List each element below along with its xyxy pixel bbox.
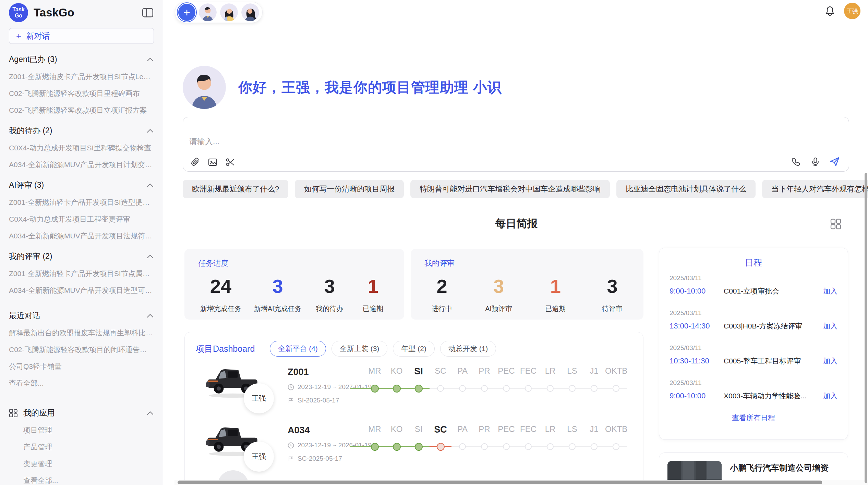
schedule-time: 9:00-10:00 [670, 391, 724, 400]
list-item[interactable]: C0X4-动力总成开发项目SI里程碑提交物检查 [9, 143, 154, 153]
recent-chat-item[interactable]: 解释最新出台的欧盟报废车法规再生塑料比例被调至15%... [9, 328, 154, 338]
agent-avatar[interactable] [241, 3, 259, 21]
card-title: 我的评审 [424, 258, 630, 269]
milestone-dot-overdue[interactable] [437, 443, 445, 451]
milestone-dot[interactable] [547, 443, 554, 450]
section-header[interactable]: AI评审 (3) [9, 180, 154, 190]
milestone-timeline: MR KO SI SC PA PR PEC FEC LR LS J1 OKTB [364, 424, 635, 451]
milestone-dot-done[interactable] [393, 385, 401, 393]
milestone-dot[interactable] [503, 443, 510, 450]
collapse-sidebar-icon[interactable] [142, 8, 153, 18]
milestone-dot[interactable] [613, 385, 619, 392]
milestone-dot[interactable] [459, 385, 466, 392]
recent-chat-item[interactable]: 公司Q3轻卡销量 [9, 362, 154, 371]
stat-overdue[interactable]: 1 已逾期 [358, 277, 388, 313]
milestone-dot-done[interactable] [415, 385, 423, 393]
stat-pending-review[interactable]: 3 待评审 [597, 277, 628, 313]
list-item[interactable]: C02-飞腾新能源轻客改款项目里程碑画布 [9, 89, 154, 98]
view-all-chats[interactable]: 查看全部... [9, 378, 154, 388]
view-all-apps[interactable]: 查看全部... [23, 476, 154, 485]
milestone-track [364, 384, 635, 393]
scissors-icon[interactable] [226, 158, 235, 167]
milestone-dot[interactable] [547, 385, 554, 392]
section-header[interactable]: 最近对话 [9, 310, 154, 321]
stat-new-ai-done[interactable]: 3 新增AI完成任务 [254, 277, 302, 313]
join-link[interactable]: 加入 [823, 391, 837, 401]
join-link[interactable]: 加入 [823, 356, 837, 366]
project-row-z001[interactable]: 王强 Z001 2023-12-19 ~ 2027-01-19 SI-2025-… [185, 364, 643, 418]
project-row-a034[interactable]: 王强 A034 2023-12-19 ~ 2026-01-19 SC-2025-… [185, 422, 643, 476]
milestone-dot-done[interactable] [371, 443, 379, 451]
milestone-dot[interactable] [437, 385, 444, 392]
filter-pill[interactable]: 年型 (2) [393, 341, 435, 357]
milestone-dot[interactable] [459, 443, 466, 450]
suggestion-chip[interactable]: 欧洲新规最近颁布了什么? [183, 180, 288, 198]
user-avatar[interactable]: 王强 [844, 3, 860, 19]
milestone-dot[interactable] [591, 443, 598, 450]
milestone-dot-done[interactable] [393, 443, 401, 451]
list-item[interactable]: A034-全新新能源MUV产品开发项目计划变更表编写 [9, 160, 154, 170]
milestone-dot[interactable] [591, 385, 598, 392]
filter-pill[interactable]: 全新上装 (3) [331, 341, 388, 357]
milestone-dot[interactable] [503, 385, 510, 392]
filter-pill[interactable]: 动总开发 (1) [440, 341, 496, 357]
stat-new-done[interactable]: 24 新增完成任务 [200, 277, 241, 313]
list-item[interactable]: C0X4-动力总成开发项目工程变更评审 [9, 214, 154, 224]
paperclip-icon[interactable] [191, 158, 200, 167]
agent-avatar[interactable] [199, 3, 217, 21]
horizontal-scrollbar-thumb[interactable] [178, 481, 822, 484]
suggestion-chip[interactable]: 比亚迪全固态电池计划具体说了什么 [616, 180, 756, 198]
section-header[interactable]: Agent已办 (3) [9, 54, 154, 65]
notification-bell-icon[interactable] [825, 5, 835, 16]
milestone-dot[interactable] [525, 385, 532, 392]
milestone-dot[interactable] [613, 443, 619, 450]
milestone-dot[interactable] [481, 385, 488, 392]
dashboard-header: 项目Dashboard 全新平台 (4) 全新上装 (3) 年型 (2) 动总开… [185, 332, 643, 360]
suggestion-chip[interactable]: 当下年轻人对汽车外观有怎样的喜好趋势 [762, 180, 868, 198]
schedule-item: 2025/03/11 10:30-11:30 C005-整车工程目标评审 加入 [670, 338, 837, 373]
milestone-dot-done[interactable] [371, 385, 379, 393]
list-item[interactable]: Z001-全新燃油轻卡产品开发项目SI造型提交物评审 [9, 198, 154, 207]
phone-icon[interactable] [792, 157, 801, 166]
join-link[interactable]: 加入 [823, 321, 837, 331]
milestone-dot[interactable] [481, 443, 488, 450]
suggestion-chip[interactable]: 特朗普可能对进口汽车增税会对中国车企造成哪些影响 [410, 180, 610, 198]
section-my-todo: 我的待办 (2) C0X4-动力总成开发项目SI里程碑提交物检查 A034-全新… [9, 125, 154, 170]
recent-chat-item[interactable]: C02-飞腾新能源轻客改款项目的闭环通告反馈情况 [9, 345, 154, 355]
milestone-dot[interactable] [569, 385, 576, 392]
list-item[interactable]: C02-飞腾新能源轻客改款项目立项汇报方案 [9, 105, 154, 115]
my-apps-header[interactable]: 我的应用 [9, 408, 154, 418]
app-item-product-mgmt[interactable]: 产品管理 [23, 442, 154, 452]
list-item[interactable]: Z001-全新燃油轻卡产品开发项目SI节点属性5D文件评审 [9, 269, 154, 278]
chat-input[interactable] [189, 137, 601, 146]
milestone-dot[interactable] [569, 443, 576, 450]
join-link[interactable]: 加入 [823, 286, 837, 296]
suggestion-chip[interactable]: 如何写一份清晰的项目周报 [295, 180, 404, 198]
new-chat-button[interactable]: + 新对话 [9, 28, 154, 44]
section-header[interactable]: 我的评审 (2) [9, 251, 154, 262]
section-header[interactable]: 我的待办 (2) [9, 125, 154, 136]
add-agent-button[interactable]: + [178, 4, 195, 21]
view-all-schedule-link[interactable]: 查看所有日程 [670, 413, 837, 423]
milestone-dot-done[interactable] [415, 443, 423, 451]
list-item[interactable]: A034-全新新能源MUV产品开发项目法规符合性评审 [9, 231, 154, 241]
app-item-change-mgmt[interactable]: 变更管理 [23, 459, 154, 469]
stat-my-todo[interactable]: 3 我的待办 [314, 277, 345, 313]
vertical-scrollbar-thumb[interactable] [865, 173, 867, 483]
filter-pill-active[interactable]: 全新平台 (4) [270, 341, 326, 357]
milestone-label: OKTB [605, 424, 627, 435]
milestone-dot[interactable] [525, 443, 532, 450]
section-my-review: 我的评审 (2) Z001-全新燃油轻卡产品开发项目SI节点属性5D文件评审 A… [9, 251, 154, 295]
milestone-label: KO [386, 366, 408, 377]
list-item[interactable]: A034-全新新能源MUV产品开发项目造型可行性评审 [9, 286, 154, 295]
microphone-icon[interactable] [811, 157, 820, 166]
send-icon[interactable] [830, 157, 840, 167]
stat-review-overdue[interactable]: 1 已逾期 [540, 277, 571, 313]
layout-grid-icon[interactable] [830, 218, 842, 230]
app-item-project-mgmt[interactable]: 项目管理 [23, 425, 154, 435]
stat-ai-prereview[interactable]: 3 AI预评审 [483, 277, 514, 313]
image-icon[interactable] [208, 158, 217, 167]
stat-in-progress[interactable]: 2 进行中 [426, 277, 457, 313]
agent-avatar[interactable] [220, 3, 238, 21]
list-item[interactable]: Z001-全新燃油皮卡产品开发项目SI节点Lesson Learn报告 [9, 72, 154, 82]
